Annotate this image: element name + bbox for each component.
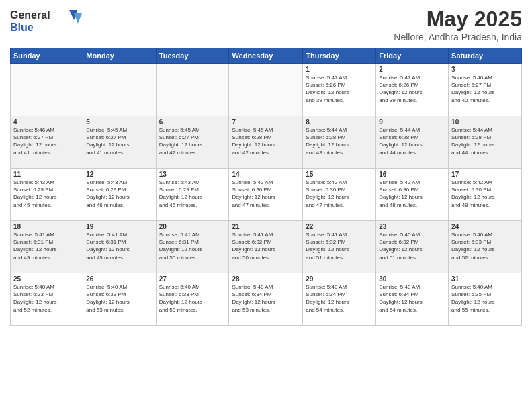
day-number: 21	[232, 223, 300, 230]
day-number: 9	[379, 118, 445, 126]
day-number: 24	[451, 223, 519, 230]
calendar-day: 6Sunrise: 5:45 AM Sunset: 6:27 PM Daylig…	[156, 116, 229, 169]
day-number: 15	[306, 171, 373, 178]
calendar-day: 8Sunrise: 5:44 AM Sunset: 6:28 PM Daylig…	[303, 116, 376, 169]
calendar-day: 15Sunrise: 5:42 AM Sunset: 6:30 PM Dayli…	[303, 169, 376, 221]
day-info: Sunrise: 5:44 AM Sunset: 6:28 PM Dayligh…	[379, 126, 445, 156]
day-info: Sunrise: 5:41 AM Sunset: 6:31 PM Dayligh…	[159, 231, 226, 261]
calendar-week-3: 11Sunrise: 5:43 AM Sunset: 6:29 PM Dayli…	[11, 169, 522, 221]
location: Nellore, Andhra Pradesh, India	[394, 32, 522, 42]
calendar-day: 14Sunrise: 5:42 AM Sunset: 6:30 PM Dayli…	[229, 169, 303, 221]
day-number: 27	[159, 275, 226, 283]
day-number: 3	[451, 66, 519, 73]
day-info: Sunrise: 5:43 AM Sunset: 6:29 PM Dayligh…	[159, 179, 226, 209]
day-info: Sunrise: 5:40 AM Sunset: 6:33 PM Dayligh…	[159, 283, 226, 314]
day-number: 16	[379, 171, 445, 178]
calendar-week-1: 1Sunrise: 5:47 AM Sunset: 6:26 PM Daylig…	[11, 64, 522, 116]
day-number: 20	[159, 223, 226, 230]
calendar-day	[156, 64, 229, 116]
day-number: 30	[379, 275, 445, 283]
day-number: 2	[379, 66, 445, 73]
day-info: Sunrise: 5:40 AM Sunset: 6:33 PM Dayligh…	[13, 283, 80, 314]
svg-text:General: General	[10, 9, 50, 21]
calendar-day: 7Sunrise: 5:45 AM Sunset: 6:28 PM Daylig…	[229, 116, 303, 169]
calendar-day: 27Sunrise: 5:40 AM Sunset: 6:33 PM Dayli…	[156, 273, 229, 326]
day-info: Sunrise: 5:41 AM Sunset: 6:31 PM Dayligh…	[13, 231, 80, 261]
calendar-day: 1Sunrise: 5:47 AM Sunset: 6:26 PM Daylig…	[303, 64, 376, 116]
day-info: Sunrise: 5:44 AM Sunset: 6:28 PM Dayligh…	[451, 126, 519, 156]
day-info: Sunrise: 5:40 AM Sunset: 6:33 PM Dayligh…	[451, 231, 519, 261]
day-number: 22	[306, 223, 373, 230]
day-number: 18	[13, 223, 80, 230]
day-info: Sunrise: 5:44 AM Sunset: 6:28 PM Dayligh…	[306, 126, 373, 156]
calendar-day: 11Sunrise: 5:43 AM Sunset: 6:29 PM Dayli…	[11, 169, 83, 221]
month-year: May 2025	[394, 7, 522, 32]
day-info: Sunrise: 5:45 AM Sunset: 6:27 PM Dayligh…	[86, 126, 152, 156]
title-block: May 2025 Nellore, Andhra Pradesh, India	[394, 7, 522, 42]
day-info: Sunrise: 5:42 AM Sunset: 6:30 PM Dayligh…	[379, 179, 445, 209]
calendar-day: 21Sunrise: 5:41 AM Sunset: 6:32 PM Dayli…	[229, 221, 303, 273]
day-number: 28	[232, 275, 300, 283]
calendar-day: 16Sunrise: 5:42 AM Sunset: 6:30 PM Dayli…	[376, 169, 449, 221]
col-tuesday: Tuesday	[156, 48, 229, 64]
day-number: 23	[379, 223, 445, 230]
day-info: Sunrise: 5:40 AM Sunset: 6:35 PM Dayligh…	[451, 283, 519, 314]
day-number: 14	[232, 171, 300, 178]
day-number: 4	[13, 118, 80, 126]
day-info: Sunrise: 5:40 AM Sunset: 6:32 PM Dayligh…	[379, 231, 445, 261]
day-info: Sunrise: 5:46 AM Sunset: 6:27 PM Dayligh…	[13, 126, 80, 156]
calendar-day: 29Sunrise: 5:40 AM Sunset: 6:34 PM Dayli…	[303, 273, 376, 326]
day-info: Sunrise: 5:47 AM Sunset: 6:26 PM Dayligh…	[306, 74, 373, 104]
day-info: Sunrise: 5:41 AM Sunset: 6:31 PM Dayligh…	[86, 231, 152, 261]
day-number: 13	[159, 171, 226, 178]
calendar-day: 4Sunrise: 5:46 AM Sunset: 6:27 PM Daylig…	[11, 116, 83, 169]
calendar-day: 31Sunrise: 5:40 AM Sunset: 6:35 PM Dayli…	[449, 273, 522, 326]
day-info: Sunrise: 5:43 AM Sunset: 6:29 PM Dayligh…	[13, 179, 80, 209]
calendar-day: 22Sunrise: 5:41 AM Sunset: 6:32 PM Dayli…	[303, 221, 376, 273]
calendar-day: 10Sunrise: 5:44 AM Sunset: 6:28 PM Dayli…	[449, 116, 522, 169]
calendar-week-5: 25Sunrise: 5:40 AM Sunset: 6:33 PM Dayli…	[11, 273, 522, 326]
day-number: 17	[451, 171, 519, 178]
calendar-day: 17Sunrise: 5:42 AM Sunset: 6:30 PM Dayli…	[449, 169, 522, 221]
calendar-day	[11, 64, 83, 116]
calendar-day: 26Sunrise: 5:40 AM Sunset: 6:33 PM Dayli…	[83, 273, 156, 326]
day-number: 31	[451, 275, 519, 283]
col-thursday: Thursday	[303, 48, 376, 64]
calendar-week-2: 4Sunrise: 5:46 AM Sunset: 6:27 PM Daylig…	[11, 116, 522, 169]
col-monday: Monday	[83, 48, 156, 64]
svg-text:Blue: Blue	[10, 21, 34, 33]
day-number: 29	[306, 275, 373, 283]
calendar-day: 25Sunrise: 5:40 AM Sunset: 6:33 PM Dayli…	[11, 273, 83, 326]
day-info: Sunrise: 5:43 AM Sunset: 6:29 PM Dayligh…	[86, 179, 152, 209]
calendar-day: 28Sunrise: 5:40 AM Sunset: 6:34 PM Dayli…	[229, 273, 303, 326]
day-number: 1	[306, 66, 373, 73]
day-number: 5	[86, 118, 152, 126]
calendar-day: 23Sunrise: 5:40 AM Sunset: 6:32 PM Dayli…	[376, 221, 449, 273]
page: General Blue May 2025 Nellore, Andhra Pr…	[0, 0, 532, 411]
day-number: 7	[232, 118, 300, 126]
day-number: 11	[13, 171, 80, 178]
day-info: Sunrise: 5:45 AM Sunset: 6:27 PM Dayligh…	[159, 126, 226, 156]
day-number: 26	[86, 275, 152, 283]
logo-text: General Blue	[10, 7, 84, 36]
calendar-day: 9Sunrise: 5:44 AM Sunset: 6:28 PM Daylig…	[376, 116, 449, 169]
calendar-day: 5Sunrise: 5:45 AM Sunset: 6:27 PM Daylig…	[83, 116, 156, 169]
header: General Blue May 2025 Nellore, Andhra Pr…	[10, 7, 522, 42]
day-info: Sunrise: 5:46 AM Sunset: 6:27 PM Dayligh…	[451, 74, 519, 104]
calendar: Sunday Monday Tuesday Wednesday Thursday…	[10, 48, 522, 326]
day-info: Sunrise: 5:42 AM Sunset: 6:30 PM Dayligh…	[451, 179, 519, 209]
day-info: Sunrise: 5:42 AM Sunset: 6:30 PM Dayligh…	[306, 179, 373, 209]
svg-marker-3	[74, 13, 82, 24]
calendar-week-4: 18Sunrise: 5:41 AM Sunset: 6:31 PM Dayli…	[11, 221, 522, 273]
day-info: Sunrise: 5:41 AM Sunset: 6:32 PM Dayligh…	[232, 231, 300, 261]
day-number: 12	[86, 171, 152, 178]
day-number: 10	[451, 118, 519, 126]
day-number: 6	[159, 118, 226, 126]
col-sunday: Sunday	[11, 48, 83, 64]
day-info: Sunrise: 5:40 AM Sunset: 6:34 PM Dayligh…	[232, 283, 300, 314]
calendar-day: 18Sunrise: 5:41 AM Sunset: 6:31 PM Dayli…	[11, 221, 83, 273]
col-wednesday: Wednesday	[229, 48, 303, 64]
calendar-day: 2Sunrise: 5:47 AM Sunset: 6:26 PM Daylig…	[376, 64, 449, 116]
day-info: Sunrise: 5:40 AM Sunset: 6:34 PM Dayligh…	[306, 283, 373, 314]
day-number: 8	[306, 118, 373, 126]
